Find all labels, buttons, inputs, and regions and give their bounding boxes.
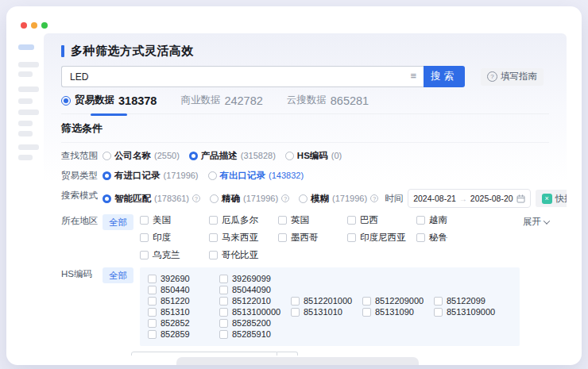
tab-item[interactable]: 贸易数据 318378 bbox=[61, 94, 157, 107]
hs-code-checkbox[interactable]: 39269099 bbox=[219, 274, 291, 283]
hs-search-button[interactable] bbox=[277, 352, 298, 356]
hs-code-label: 85131010 bbox=[304, 307, 342, 317]
radio-count: (315828) bbox=[241, 149, 276, 163]
traffic-light-minimize[interactable] bbox=[31, 22, 37, 29]
search-input[interactable] bbox=[61, 66, 424, 87]
expand-button[interactable]: 展开 bbox=[523, 216, 549, 228]
hs-code-checkbox[interactable]: 851220 bbox=[148, 296, 219, 306]
filter-row-label: 所在地区 bbox=[61, 214, 103, 228]
checkbox-icon bbox=[209, 216, 218, 225]
search-button[interactable]: 搜索 bbox=[424, 66, 465, 87]
traffic-light-close[interactable] bbox=[21, 22, 27, 29]
radio-option[interactable]: HS编码 (0) ? bbox=[285, 149, 342, 163]
radio-option[interactable]: 智能匹配 (178361) ? bbox=[103, 192, 200, 206]
country-checkbox[interactable]: 越南 bbox=[416, 214, 485, 226]
checkbox-icon bbox=[434, 308, 443, 317]
tab-item[interactable]: 云搜数据 865281 bbox=[287, 94, 369, 107]
tab-item[interactable]: 商业数据 242782 bbox=[180, 94, 262, 107]
radio-label: 有进口记录 bbox=[114, 169, 161, 183]
country-checkbox[interactable]: 秘鲁 bbox=[416, 232, 485, 244]
checkbox-icon bbox=[347, 216, 356, 225]
radio-icon bbox=[189, 152, 198, 160]
hs-code-checkbox[interactable]: 85131090 bbox=[362, 307, 434, 317]
country-checkbox[interactable]: 美国 bbox=[140, 214, 209, 226]
hs-code-checkbox[interactable]: 8512201000 bbox=[291, 296, 362, 306]
date-range-picker[interactable]: 2024-08-21 → 2025-08-20 bbox=[408, 189, 530, 208]
country-label: 英国 bbox=[291, 214, 309, 226]
hs-code-checkbox[interactable]: 850440 bbox=[148, 285, 219, 294]
search-input-wrap: ≡ bbox=[61, 66, 424, 87]
skeleton-bar bbox=[18, 144, 39, 150]
radio-count: (143832) bbox=[269, 169, 304, 183]
radio-label: HS编码 bbox=[297, 149, 328, 163]
radio-label: 公司名称 bbox=[114, 149, 151, 163]
skeleton-bar bbox=[18, 155, 33, 160]
radio-option[interactable]: 精确 (171996) ? bbox=[210, 192, 289, 206]
country-checkbox[interactable]: 墨西哥 bbox=[278, 232, 347, 244]
radio-option[interactable]: 有进口记录 (171996) ? bbox=[103, 169, 199, 183]
checkbox-icon bbox=[148, 297, 157, 306]
hs-code-checkbox[interactable]: 852852 bbox=[148, 318, 219, 328]
hs-code-checkbox[interactable]: 851310 bbox=[148, 307, 219, 317]
hs-all-button[interactable]: 全部 bbox=[103, 267, 133, 283]
hs-code-label: 852852 bbox=[161, 318, 190, 328]
filter-row-label: 贸易类型 bbox=[61, 169, 103, 183]
traffic-light-zoom[interactable] bbox=[41, 22, 48, 29]
country-label: 越南 bbox=[429, 214, 447, 226]
hs-code-panel: 392690 39269099 bbox=[140, 267, 520, 346]
hs-code-checkbox[interactable]: 85285910 bbox=[219, 329, 291, 339]
mode-radio-group: 智能匹配 (178361) ? 精确 (171996) ? bbox=[103, 192, 378, 206]
country-checkbox[interactable]: 印度 bbox=[140, 232, 209, 244]
skeleton-bar bbox=[18, 44, 34, 50]
country-checkbox[interactable]: 马来西亚 bbox=[209, 232, 278, 244]
radio-option[interactable]: 公司名称 (2550) ? bbox=[103, 149, 180, 163]
country-checkbox-grid: 美国 厄瓜多尔 英国 bbox=[140, 214, 549, 261]
country-label: 马来西亚 bbox=[222, 232, 258, 244]
tab-label: 云搜数据 bbox=[287, 94, 327, 107]
guide-button[interactable]: ? 填写指南 bbox=[481, 68, 544, 86]
hs-code-row: 852852 85285200 bbox=[148, 318, 512, 328]
radio-option[interactable]: 产品描述 (315828) ? bbox=[189, 149, 276, 163]
country-checkbox[interactable]: 印度尼西亚 bbox=[347, 232, 416, 244]
hs-code-checkbox[interactable]: 852859 bbox=[148, 329, 219, 339]
checkbox-icon bbox=[209, 233, 218, 242]
country-checkbox[interactable]: 厄瓜多尔 bbox=[209, 214, 278, 226]
hs-code-checkbox[interactable]: 85131010 bbox=[291, 307, 362, 317]
radio-count: (0) bbox=[331, 149, 342, 163]
filter-row-region: 所在地区 全部 美国 厄瓜多尔 bbox=[61, 214, 549, 261]
radio-icon bbox=[210, 194, 219, 203]
filter-lines-icon[interactable]: ≡ bbox=[410, 71, 416, 82]
hs-code-checkbox[interactable]: 392690 bbox=[148, 274, 219, 283]
hs-code-label: 8512201000 bbox=[304, 296, 352, 306]
hs-code-checkbox[interactable]: 85285200 bbox=[219, 318, 291, 328]
hs-code-checkbox[interactable]: 8512209000 bbox=[362, 296, 434, 306]
desktop-background: 多种筛选方式灵活高效 ≡ 搜索 ? 填写指南 贸易数据 bbox=[0, 0, 588, 369]
hs-code-checkbox[interactable]: 85044090 bbox=[219, 285, 291, 294]
tab-count: 865281 bbox=[331, 94, 369, 107]
country-checkbox[interactable]: 乌克兰 bbox=[140, 249, 209, 261]
country-checkbox[interactable]: 英国 bbox=[278, 214, 347, 226]
quick-options-button[interactable]: × 快捷选项 bbox=[536, 190, 567, 207]
country-checkbox[interactable]: 哥伦比亚 bbox=[209, 249, 278, 261]
date-start: 2024-08-21 bbox=[413, 194, 456, 203]
region-all-button[interactable]: 全部 bbox=[103, 214, 133, 230]
footer-skeleton bbox=[176, 357, 419, 365]
filter-row-scope: 查找范围 公司名称 (2550) ? bbox=[61, 149, 549, 163]
filter-section-title: 筛选条件 bbox=[61, 121, 549, 143]
title-accent-bar bbox=[61, 45, 64, 57]
country-label: 秘鲁 bbox=[429, 232, 447, 244]
hs-code-checkbox[interactable]: 8513109000 bbox=[434, 307, 505, 317]
radio-option[interactable]: 模糊 (171996) ? bbox=[299, 192, 378, 206]
hs-code-input[interactable] bbox=[131, 352, 277, 356]
hs-code-row: 851310 8513100000 85131010 bbox=[148, 307, 512, 317]
hs-code-checkbox[interactable]: 8513100000 bbox=[219, 307, 291, 317]
radio-option[interactable]: 有出口记录 (143832) ? bbox=[208, 169, 304, 183]
radio-icon bbox=[208, 171, 217, 180]
data-tabs: 贸易数据 318378 商业数据 242782 云搜数据 865281 bbox=[61, 94, 549, 114]
hs-code-checkbox[interactable]: 85122010 bbox=[219, 296, 291, 306]
country-checkbox[interactable]: 巴西 bbox=[347, 214, 416, 226]
radio-icon bbox=[299, 194, 308, 203]
hs-code-label: 852859 bbox=[161, 329, 190, 339]
hs-code-checkbox[interactable]: 85122099 bbox=[434, 296, 505, 306]
checkbox-icon bbox=[209, 251, 218, 259]
